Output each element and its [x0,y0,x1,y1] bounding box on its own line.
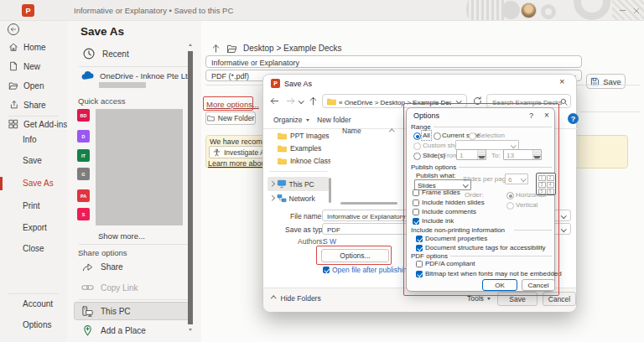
titlebar: P Informative or Explanatory • Saved to … [0,0,644,21]
file-name-label: File name: [290,212,324,220]
powerpoint-logo: P [22,4,34,17]
redacted-content-block [96,109,183,225]
new-folder-button[interactable]: New Folder [205,111,256,125]
breadcrumb[interactable]: Desktop > Example Decks [211,44,342,53]
panel-divider [79,299,188,300]
onedrive-item[interactable]: OneDrive - Inknoe Pte Ltd [80,70,192,80]
sidebar-item-info[interactable]: Info [23,135,37,144]
quick-access-heading: Quick access [78,96,126,106]
recent-item[interactable]: Recent [82,47,129,60]
quick-access-tile[interactable]: PA [77,189,90,202]
scroll-down-icon[interactable] [189,329,192,331]
organize-menu[interactable]: Organize [273,116,309,124]
new-folder-menu[interactable]: New folder [317,116,351,124]
annotation-box-options-dialog [403,103,559,296]
sidebar-item-options[interactable]: Options [23,320,51,329]
name-column-header[interactable]: Name [342,127,361,135]
address-folder-icon [327,98,336,106]
annotation-box-options-button [316,246,392,265]
quick-access-tile[interactable]: IT [77,149,90,162]
close-window-icon[interactable] [633,8,640,14]
back-button[interactable] [8,23,19,35]
quick-access-tile[interactable]: BD [77,109,90,122]
sidebar-item-home[interactable]: Home [8,42,46,52]
tools-dropdown-icon [487,298,491,300]
sidebar-item-save-as[interactable]: Save As [23,179,54,188]
onedrive-cloud-icon [80,70,95,80]
avatar[interactable] [521,3,537,18]
titlebar-decoration-arc [574,0,610,20]
powerpoint-logo-letter: P [25,7,30,15]
open-after-publishing-checkbox[interactable] [323,267,330,273]
sidebar-item-export[interactable]: Export [23,223,47,232]
new-document-icon [8,61,18,71]
nav-forward-icon[interactable] [286,96,295,106]
chevron-up-icon [271,296,276,301]
show-more-link[interactable]: Show more... [98,231,145,241]
sidebar-item-close[interactable]: Close [23,244,44,253]
filename-input[interactable]: Informative or Explanatory [205,55,582,68]
network-icon [277,194,287,203]
open-after-publishing-label[interactable]: Open file after publishing [332,266,411,274]
chevron-down-icon[interactable] [561,213,566,218]
minimize-icon[interactable] [620,10,626,11]
panel-share-item[interactable]: Share [81,261,123,273]
dialog-close-icon[interactable]: × [559,76,564,86]
tree-scrollbar-thumb[interactable] [329,178,331,203]
sidebar-item-new[interactable]: New [8,61,40,71]
add-place-icon [81,324,94,337]
panel-scrollbar[interactable] [187,40,194,335]
open-folder-icon [8,80,18,91]
folder-icon [278,158,287,165]
organize-dropdown-icon [306,119,309,122]
sidebar-item-open[interactable]: Open [8,80,44,91]
nav-divider [8,116,59,117]
tree-item-examples[interactable]: Examples [278,144,330,153]
tree-item-network[interactable]: Network [267,194,315,203]
expand-chevron-icon[interactable] [269,195,274,200]
quick-access-tile[interactable]: G [77,168,90,180]
scrollbar-thumb[interactable] [188,51,193,324]
share-options-heading: Share options [78,248,127,257]
nav-up-icon[interactable] [309,96,318,106]
sidebar-item-save[interactable]: Save [23,156,42,165]
search-icon [560,98,568,106]
back-arrow-icon [10,26,17,33]
scroll-up-icon[interactable] [189,44,192,46]
folder-icon [278,145,287,153]
home-icon [8,42,18,52]
share-icon [8,100,18,110]
sidebar-item-get-addins[interactable]: Get Add-ins [8,119,67,129]
link-icon [81,282,94,293]
save-button[interactable]: Save [586,74,626,89]
sidebar-item-print[interactable]: Print [23,201,40,210]
chevron-down-icon[interactable] [561,226,566,231]
panel-copy-link-item[interactable]: Copy Link [81,282,138,293]
hide-folders-toggle[interactable]: Hide Folders [272,294,321,303]
clock-icon [82,47,96,60]
app-window: P Informative or Explanatory • Saved to … [0,0,644,342]
help-badge[interactable]: ? [568,113,579,124]
sidebar-item-share[interactable]: Share [8,100,46,110]
up-directory-icon[interactable] [211,44,221,53]
quick-access-tile[interactable]: D [77,130,90,142]
breadcrumb-folder-icon [226,44,237,53]
quick-access-tile[interactable]: S [77,208,90,220]
authors-label: Authors: [298,237,325,246]
expand-chevron-icon[interactable] [269,181,274,186]
tree-item-inknoe-classpoint[interactable]: Inknoe ClassPoint [278,157,330,165]
nav-history-chevron-icon[interactable] [299,98,304,103]
list-horizontal-scrollbar[interactable] [340,202,397,205]
panel-this-pc-item[interactable]: This PC [74,302,192,320]
tree-item-this-pc[interactable]: This PC [267,177,329,191]
titlebar-decoration-circle [501,1,520,19]
panel-divider [79,244,188,245]
nav-back-icon[interactable] [270,96,279,106]
addins-grid-icon [8,119,18,129]
tree-item-ppt-images[interactable]: PPT Images [278,132,330,140]
panel-heading: Save As [80,25,124,38]
panel-add-place-item[interactable]: Add a Place [81,324,146,337]
authors-value[interactable]: S W [323,237,336,246]
dialog-title: Save As [284,80,312,88]
sidebar-item-account[interactable]: Account [23,299,53,308]
